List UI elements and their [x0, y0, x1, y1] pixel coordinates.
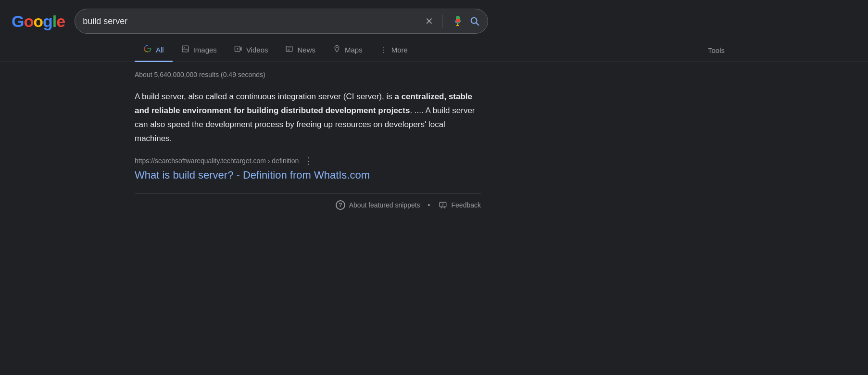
- svg-rect-13: [440, 202, 446, 207]
- about-snippets-icon: ?: [336, 200, 345, 210]
- search-button[interactable]: [469, 16, 480, 26]
- tab-images-label: Images: [193, 46, 217, 54]
- tab-videos-label: Videos: [246, 46, 268, 54]
- nav-tabs: All Images Videos: [0, 39, 868, 62]
- videos-icon: [234, 45, 242, 55]
- tools-tab[interactable]: Tools: [699, 40, 733, 60]
- tab-more-label: More: [391, 46, 408, 54]
- svg-marker-7: [237, 48, 239, 50]
- svg-point-4: [184, 47, 185, 48]
- snippet-text-before: A build server, also called a continuous…: [135, 92, 394, 101]
- tab-all-label: All: [156, 46, 164, 54]
- tab-images[interactable]: Images: [173, 39, 226, 62]
- tab-news-label: News: [297, 46, 315, 54]
- feedback-label: Feedback: [452, 201, 481, 209]
- news-icon: [285, 45, 293, 55]
- tab-more[interactable]: ⋮ More: [371, 39, 416, 62]
- snippet-url-text: https://searchsoftwarequality.techtarget…: [135, 157, 299, 165]
- header: Google build server ✕: [0, 0, 868, 39]
- snippet-url-line: https://searchsoftwarequality.techtarget…: [135, 155, 481, 166]
- snippet-link[interactable]: What is build server? - Definition from …: [135, 169, 370, 181]
- tab-news[interactable]: News: [277, 39, 324, 62]
- results-count: About 5,640,000,000 results (0.49 second…: [135, 71, 733, 78]
- svg-point-12: [336, 47, 338, 48]
- search-input[interactable]: build server: [83, 16, 420, 26]
- tab-maps[interactable]: Maps: [324, 39, 371, 62]
- about-snippets-label: About featured snippets: [349, 201, 420, 209]
- snippet-bottom-bar: ? About featured snippets • Feedback: [135, 193, 481, 210]
- mic-icon[interactable]: [451, 14, 465, 28]
- tab-all[interactable]: All: [135, 39, 173, 62]
- feedback-icon: [438, 200, 448, 210]
- search-bar: build server ✕: [75, 9, 488, 34]
- images-icon: [181, 45, 189, 55]
- all-icon: [143, 44, 152, 55]
- feedback-button[interactable]: Feedback: [438, 200, 481, 210]
- maps-icon: [333, 45, 341, 55]
- svg-line-1: [476, 23, 478, 25]
- svg-rect-3: [182, 46, 189, 52]
- about-snippets-button[interactable]: ? About featured snippets: [336, 200, 420, 210]
- tab-maps-label: Maps: [345, 46, 363, 54]
- dot-separator: •: [428, 201, 430, 209]
- results-area: About 5,640,000,000 results (0.49 second…: [0, 62, 868, 210]
- google-logo: Google: [12, 12, 65, 31]
- search-bar-wrapper: build server ✕: [75, 9, 488, 34]
- search-divider: [442, 14, 442, 28]
- snippet-more-button[interactable]: ⋮: [304, 155, 313, 166]
- clear-icon[interactable]: ✕: [425, 15, 433, 27]
- tab-videos[interactable]: Videos: [226, 39, 277, 62]
- more-icon: ⋮: [380, 45, 388, 54]
- snippet-text: A build server, also called a continuous…: [135, 90, 481, 146]
- featured-snippet: A build server, also called a continuous…: [135, 90, 481, 210]
